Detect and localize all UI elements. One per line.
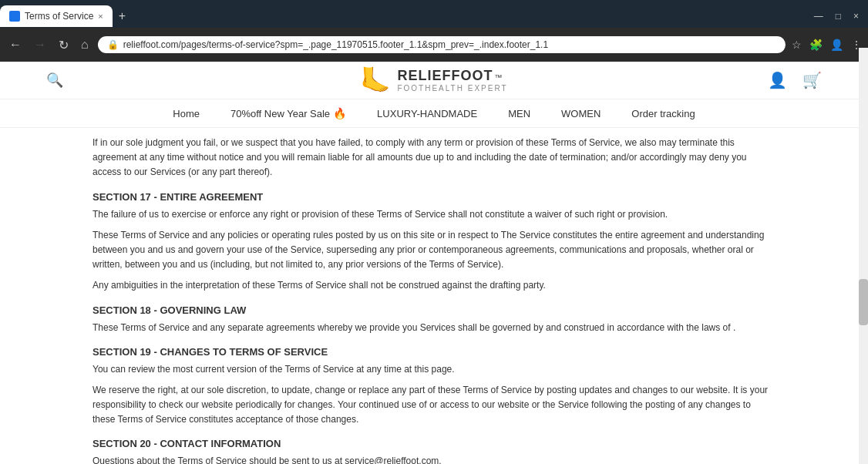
section-17-p1: The failure of us to exercise or enforce… bbox=[93, 207, 775, 222]
browser-actions: ☆ 🧩 👤 ⋮ bbox=[792, 39, 862, 51]
forward-button[interactable]: → bbox=[31, 35, 49, 55]
section-17-heading: SECTION 17 - ENTIRE AGREEMENT bbox=[93, 191, 775, 203]
header-icons: 👤 🛒 bbox=[768, 71, 822, 89]
close-window-button[interactable]: × bbox=[853, 11, 859, 22]
intro-paragraph: If in our sole judgment you fail, or we … bbox=[93, 136, 775, 180]
refresh-button[interactable]: ↻ bbox=[56, 35, 72, 55]
section-18-heading: SECTION 18 - GOVERNING LAW bbox=[93, 304, 775, 316]
back-button[interactable]: ← bbox=[6, 35, 25, 55]
account-icon[interactable]: 👤 bbox=[768, 71, 787, 89]
section-20: SECTION 20 - CONTACT INFORMATION Questio… bbox=[93, 438, 775, 464]
fire-icon: 🔥 bbox=[333, 107, 346, 119]
section-20-heading: SECTION 20 - CONTACT INFORMATION bbox=[93, 438, 775, 449]
browser-tab[interactable]: Terms of Service × bbox=[0, 5, 113, 27]
scrollbar-thumb[interactable] bbox=[859, 279, 868, 325]
profile-icon[interactable]: 👤 bbox=[830, 39, 843, 51]
section-19-heading: SECTION 19 - CHANGES TO TERMS OF SERVICE bbox=[93, 346, 775, 358]
section-17-p3: Any ambiguities in the interpretation of… bbox=[93, 278, 775, 293]
section-19-p1: You can review the most current version … bbox=[93, 362, 775, 377]
logo-subtitle: FOOTHEALTH EXPERT bbox=[397, 84, 507, 92]
section-17-p2: These Terms of Service and any policies … bbox=[93, 228, 775, 273]
tab-bar: Terms of Service × + — □ × bbox=[0, 0, 868, 28]
site-header: 🔍 🦶 RELIEFFOOT™ FOOTHEALTH EXPERT 👤 🛒 bbox=[0, 62, 868, 99]
section-18: SECTION 18 - GOVERNING LAW These Terms o… bbox=[93, 304, 775, 335]
site-nav: Home 70%off New Year Sale 🔥 LUXURY-HANDM… bbox=[0, 99, 868, 128]
nav-luxury[interactable]: LUXURY-HANDMADE bbox=[377, 107, 477, 119]
tab-close-button[interactable]: × bbox=[98, 12, 103, 21]
maximize-button[interactable]: □ bbox=[836, 11, 841, 22]
nav-sale-label: 70%off New Year Sale bbox=[230, 108, 330, 119]
main-content: If in our sole judgment you fail, or we … bbox=[0, 128, 868, 464]
nav-men[interactable]: MEN bbox=[508, 107, 530, 119]
window-controls: — □ × bbox=[814, 11, 868, 22]
nav-sale[interactable]: 70%off New Year Sale 🔥 bbox=[230, 107, 346, 119]
section-18-p1: These Terms of Service and any separate … bbox=[93, 321, 775, 335]
home-button[interactable]: ⌂ bbox=[78, 35, 92, 55]
section-19-p2: We reserve the right, at our sole discre… bbox=[93, 383, 775, 428]
tab-favicon bbox=[9, 11, 20, 22]
address-text: relieffoot.com/pages/terms-of-service?sp… bbox=[123, 39, 776, 50]
section-19: SECTION 19 - CHANGES TO TERMS OF SERVICE… bbox=[93, 346, 775, 428]
tab-title: Terms of Service bbox=[25, 11, 93, 22]
address-bar[interactable]: 🔒 relieffoot.com/pages/terms-of-service?… bbox=[98, 36, 786, 53]
search-icon[interactable]: 🔍 bbox=[46, 72, 63, 89]
new-tab-button[interactable]: + bbox=[119, 9, 126, 23]
extensions-icon[interactable]: 🧩 bbox=[809, 39, 823, 51]
bookmark-icon[interactable]: ☆ bbox=[792, 39, 802, 51]
logo-tm: ™ bbox=[494, 73, 502, 82]
nav-women[interactable]: WOMEN bbox=[561, 107, 601, 119]
section-20-p1: Questions about the Terms of Service sho… bbox=[93, 454, 775, 464]
logo-foot-icon: 🦶 bbox=[360, 66, 391, 95]
scrollbar[interactable] bbox=[859, 48, 868, 464]
section-17: SECTION 17 - ENTIRE AGREEMENT The failur… bbox=[93, 191, 775, 294]
lock-icon: 🔒 bbox=[107, 39, 119, 50]
logo[interactable]: 🦶 RELIEFFOOT™ FOOTHEALTH EXPERT bbox=[360, 66, 507, 95]
nav-bar: ← → ↻ ⌂ 🔒 relieffoot.com/pages/terms-of-… bbox=[0, 28, 868, 62]
browser-chrome: Terms of Service × + — □ × ← → ↻ ⌂ 🔒 rel… bbox=[0, 0, 868, 62]
nav-home[interactable]: Home bbox=[173, 107, 200, 119]
minimize-button[interactable]: — bbox=[814, 11, 823, 22]
logo-name: RELIEFFOOT bbox=[397, 68, 493, 84]
cart-icon[interactable]: 🛒 bbox=[802, 71, 822, 89]
nav-order-tracking[interactable]: Order tracking bbox=[631, 107, 695, 119]
